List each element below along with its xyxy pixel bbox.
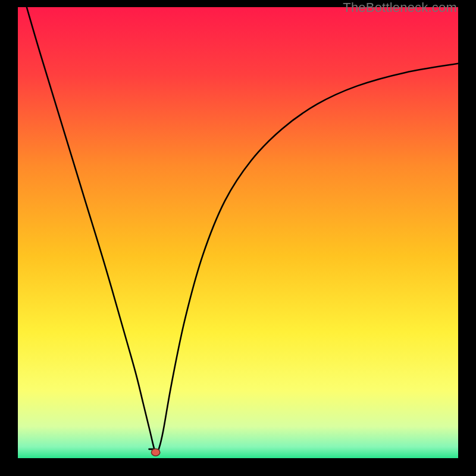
chart-frame: TheBottleneck.com [0, 0, 476, 476]
chart-svg [18, 7, 458, 458]
watermark-text: TheBottleneck.com [343, 0, 457, 15]
marker-dot [151, 449, 159, 456]
bottleneck-curve [27, 7, 458, 452]
plot-area [18, 7, 458, 458]
